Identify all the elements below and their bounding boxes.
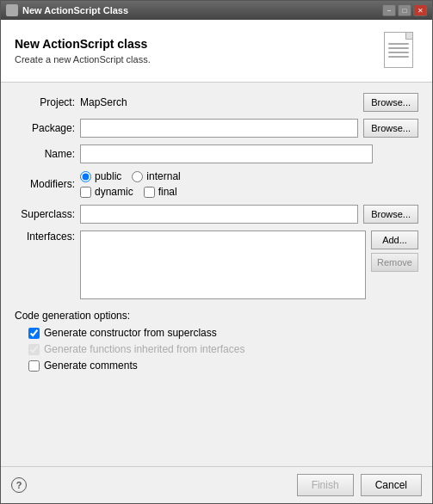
gen-constructor-label: Generate constructor from superclass <box>44 327 217 339</box>
project-label: Project: <box>15 96 75 108</box>
name-label: Name: <box>15 148 75 160</box>
header-icon <box>384 30 418 71</box>
dialog-subtitle: Create a new ActionScript class. <box>15 54 151 65</box>
internal-label: internal <box>146 170 180 182</box>
code-gen-title: Code generation options: <box>15 310 418 322</box>
package-label: Package: <box>15 122 75 134</box>
dialog-body: Project: MapSerch Browse... Package: Bro… <box>1 83 432 466</box>
package-browse-button[interactable]: Browse... <box>363 119 418 138</box>
footer-left: ? <box>11 477 27 493</box>
cancel-button[interactable]: Cancel <box>361 474 422 496</box>
modifiers-row: Modifiers: public internal dynamic <box>15 170 418 198</box>
modifiers-label: Modifiers: <box>15 178 75 190</box>
project-row: Project: MapSerch Browse... <box>15 93 418 112</box>
final-option[interactable]: final <box>144 186 177 198</box>
name-row: Name: <box>15 144 418 163</box>
close-button[interactable]: ✕ <box>413 4 427 16</box>
doc-line-3 <box>388 52 409 53</box>
doc-fold <box>405 33 412 40</box>
internal-option[interactable]: internal <box>132 170 180 182</box>
title-bar: New ActionScript Class − □ ✕ <box>1 1 432 20</box>
package-input[interactable] <box>80 119 358 138</box>
dynamic-option[interactable]: dynamic <box>80 186 133 198</box>
footer-buttons: Finish Cancel <box>297 474 422 496</box>
title-bar-text: New ActionScript Class <box>22 5 382 15</box>
public-option[interactable]: public <box>80 170 121 182</box>
doc-line-2 <box>388 47 409 49</box>
final-checkbox[interactable] <box>144 187 155 198</box>
finish-button[interactable]: Finish <box>297 474 354 496</box>
interfaces-row: Interfaces: Add... Remove <box>15 230 418 299</box>
dialog-header: New ActionScript class Create a new Acti… <box>1 20 432 83</box>
header-text: New ActionScript class Create a new Acti… <box>15 37 151 65</box>
gen-comments-option[interactable]: Generate comments <box>28 360 418 372</box>
gen-constructor-checkbox[interactable] <box>28 328 40 339</box>
gen-functions-label: Generate functions inherited from interf… <box>44 343 244 355</box>
project-browse-button[interactable]: Browse... <box>363 93 418 112</box>
final-label: final <box>158 186 177 198</box>
modifier-line-2: dynamic final <box>80 186 181 198</box>
doc-line-1 <box>388 43 409 45</box>
name-input[interactable] <box>80 144 373 163</box>
public-radio[interactable] <box>80 171 91 182</box>
document-icon <box>384 32 413 68</box>
help-button[interactable]: ? <box>11 477 27 493</box>
superclass-browse-button[interactable]: Browse... <box>363 205 418 224</box>
project-value: MapSerch <box>80 96 358 108</box>
doc-line-4 <box>388 56 409 58</box>
code-gen-options: Generate constructor from superclass Gen… <box>15 327 418 372</box>
maximize-button[interactable]: □ <box>398 4 411 16</box>
doc-lines <box>388 43 409 60</box>
interfaces-label: Interfaces: <box>15 230 75 243</box>
internal-radio[interactable] <box>132 171 143 182</box>
modifiers-content: public internal dynamic final <box>80 170 181 198</box>
gen-comments-checkbox[interactable] <box>28 360 40 372</box>
remove-interface-button[interactable]: Remove <box>371 253 418 272</box>
window-icon <box>6 4 18 16</box>
dialog-window: New ActionScript Class − □ ✕ New ActionS… <box>0 0 433 504</box>
gen-functions-checkbox <box>28 344 40 355</box>
add-interface-button[interactable]: Add... <box>371 230 418 249</box>
dynamic-label: dynamic <box>95 186 133 198</box>
dialog-title: New ActionScript class <box>15 37 151 51</box>
modifier-line-1: public internal <box>80 170 181 182</box>
gen-comments-label: Generate comments <box>44 360 138 372</box>
public-label: public <box>95 170 121 182</box>
superclass-input[interactable] <box>80 205 358 224</box>
superclass-label: Superclass: <box>15 208 75 220</box>
minimize-button[interactable]: − <box>382 4 396 16</box>
title-bar-buttons: − □ ✕ <box>382 4 427 16</box>
interfaces-buttons: Add... Remove <box>371 230 418 272</box>
interfaces-textarea[interactable] <box>80 230 366 299</box>
gen-constructor-option[interactable]: Generate constructor from superclass <box>28 327 418 339</box>
code-gen-section: Code generation options: Generate constr… <box>15 310 418 372</box>
dynamic-checkbox[interactable] <box>80 187 91 198</box>
superclass-row: Superclass: Browse... <box>15 205 418 224</box>
gen-functions-option: Generate functions inherited from interf… <box>28 343 418 355</box>
dialog-footer: ? Finish Cancel <box>1 466 432 503</box>
package-row: Package: Browse... <box>15 119 418 138</box>
